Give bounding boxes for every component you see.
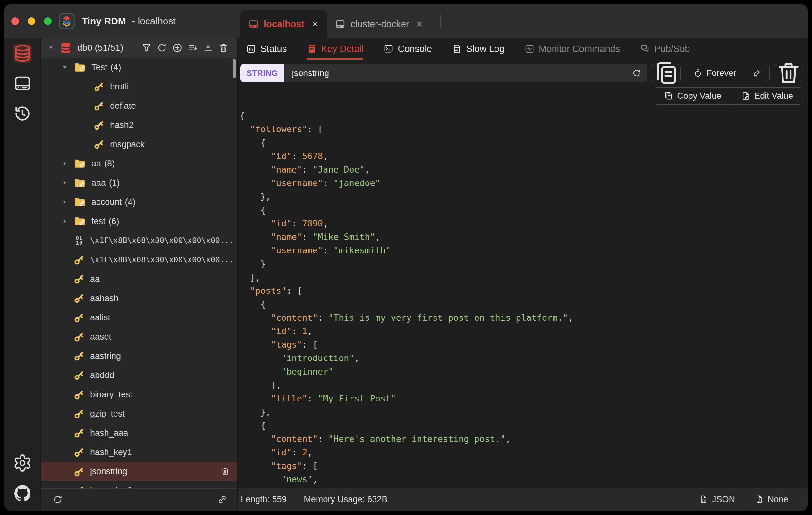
tree-key-gzip-test[interactable]: gzip_test [41,404,237,423]
tree-item-label: gzip_test [90,409,125,419]
json-line: "introduction", [239,351,808,365]
ttl-button[interactable]: Forever [685,64,744,82]
pub-sub-icon [640,44,650,54]
tree-folder-test[interactable]: test(6) [41,212,237,231]
copy-value-button[interactable]: Copy Value [654,88,731,104]
refresh-icon[interactable] [156,42,167,53]
tree-folder-test[interactable]: Test(4) [41,58,237,77]
bind-connection-icon[interactable] [217,494,228,505]
tree-key-msgpack[interactable]: msgpack [41,135,237,154]
tab-status[interactable]: Status [246,38,287,60]
tree-item-label: aaset [90,332,111,342]
caret-right-icon[interactable] [61,218,68,225]
tree-folder-aa[interactable]: aa(8) [41,154,237,173]
tree-item-count: (6) [109,217,119,226]
close-tab-icon[interactable] [415,20,424,29]
tree-item-count: (4) [125,197,136,207]
tree-key-deflate[interactable]: deflate [41,96,237,115]
json-line: ], [239,270,808,284]
rail-history-button[interactable] [13,104,32,123]
json-line: "name": "Mike Smith", [239,230,808,244]
decode-select[interactable]: None [755,494,788,505]
tree-key-abddd[interactable]: abddd [41,366,237,385]
tree-key-aalist[interactable]: aalist [41,308,237,327]
tree-key-jsonstring2[interactable]: jsonstring2 [41,481,237,488]
close-tab-icon[interactable] [311,20,319,29]
caret-right-icon[interactable] [61,160,68,167]
json-line: "id": 7890, [239,217,808,230]
copy-key-name-button[interactable] [651,64,680,82]
tree-key-x1f-x8b-x08-x00-x00-x00-x00[interactable]: 0110\x1F\x8B\x08\x00\x00\x00\x00... [41,231,237,250]
refresh-icon[interactable] [52,494,63,505]
reload-key-icon[interactable] [632,68,641,78]
connection-tab-label: localhost [264,19,304,29]
caret-right-icon[interactable] [61,179,68,186]
tree-key-brotli[interactable]: brotli [41,77,237,96]
minimize-window-button[interactable] [28,17,35,25]
delete-key-button[interactable] [774,64,803,82]
add-key-icon[interactable] [172,42,183,53]
load-all-icon[interactable] [187,42,198,53]
stopwatch-icon [693,68,703,78]
copy-value-icon [664,91,673,101]
tree-key-x1f-x8b-x08-x00-x00-x00-x00[interactable]: \x1F\x8B\x08\x00\x00\x00\x00... [41,250,237,269]
tree-item-label: account [91,197,122,207]
rail-browser-button[interactable] [13,44,32,63]
view-format-value: JSON [712,494,735,505]
tree-item-label: \x1F\x8B\x08\x00\x00\x00\x00... [90,255,234,264]
tab-label: Monitor Commands [539,44,620,54]
tree-key-aa[interactable]: aa [41,269,237,289]
database-header-row[interactable]: db0 (51/51) [41,38,237,58]
tab-key-detail[interactable]: Key Detail [307,38,364,60]
key-icon [74,389,85,400]
rail-server-button[interactable] [13,74,32,93]
edit-value-icon [741,91,750,101]
copy-value-label: Copy Value [677,91,721,101]
tree-key-hash-key1[interactable]: hash_key1 [41,442,237,462]
tree-folder-account[interactable]: account(4) [41,192,237,212]
tree-key-aahash[interactable]: aahash [41,289,237,308]
zoom-window-button[interactable] [44,17,52,25]
collapse-db-icon[interactable] [47,44,55,52]
server-icon [248,19,259,29]
filter-icon[interactable] [141,42,152,53]
json-line: "content": "Here's another interesting p… [239,432,808,446]
tree-item-label: aa [91,159,101,169]
tab-slow-log[interactable]: Slow Log [452,38,504,60]
sidebar-footer [41,488,237,511]
main-tabs: StatusKey DetailConsoleSlow LogMonitor C… [238,38,808,60]
tree-key-aaset[interactable]: aaset [41,327,237,346]
key-name-input[interactable]: STRING jsonstring [240,64,647,82]
close-window-button[interactable] [11,17,19,25]
tab-console[interactable]: Console [383,38,432,60]
view-format-select[interactable]: JSON [699,494,735,505]
tree-key-jsonstring[interactable]: jsonstring [41,462,237,481]
tab-monitor-commands[interactable]: Monitor Commands [524,38,620,60]
tree-key-aastring[interactable]: aastring [41,346,237,366]
flush-db-icon[interactable] [218,42,229,53]
tree-key-hash-aaa[interactable]: hash_aaa [41,423,237,442]
rail-github-button[interactable] [13,484,32,503]
tree-folder-aaa[interactable]: aaa(1) [41,173,237,192]
edit-value-button[interactable]: Edit Value [731,88,803,104]
sidebar-scrollbar-thumb[interactable] [233,59,236,78]
tree-key-binary-test[interactable]: binary_test [41,385,237,404]
key-icon [93,139,105,150]
tab-pub-sub[interactable]: Pub/Sub [640,38,690,60]
value-viewer[interactable]: { "followers": [ { "id": 5678, "name": "… [238,105,808,488]
caret-down-icon[interactable] [61,64,68,71]
tree-item-label: binary_test [90,390,133,400]
import-icon[interactable] [203,42,213,53]
connection-tab-localhost[interactable]: localhost [240,10,327,38]
connection-tab-cluster-docker[interactable]: cluster-docker [327,10,432,38]
json-line: "id": 5678, [239,149,808,163]
caret-right-icon[interactable] [61,199,68,205]
tabstrip-divider [440,15,441,28]
key-icon [74,331,85,342]
rename-key-button[interactable] [744,64,770,82]
tree-item-label: hash_key1 [90,447,132,457]
delete-key-icon[interactable] [220,466,230,477]
tree-key-hash2[interactable]: hash2 [41,115,237,135]
rail-settings-button[interactable] [13,453,32,473]
main-panel: StatusKey DetailConsoleSlow LogMonitor C… [238,38,808,511]
